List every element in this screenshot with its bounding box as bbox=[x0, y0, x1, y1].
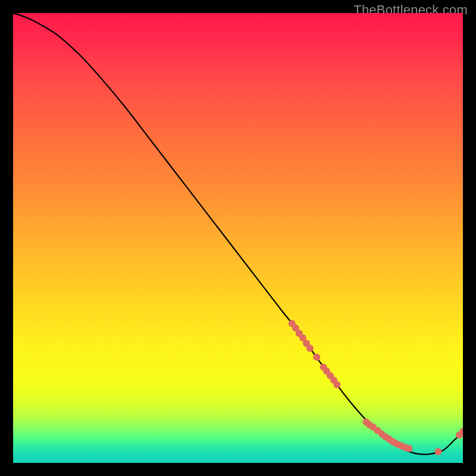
plot-area bbox=[13, 13, 463, 463]
heat-gradient-background bbox=[13, 13, 463, 463]
chart-frame: TheBottleneck.com bbox=[0, 0, 476, 476]
